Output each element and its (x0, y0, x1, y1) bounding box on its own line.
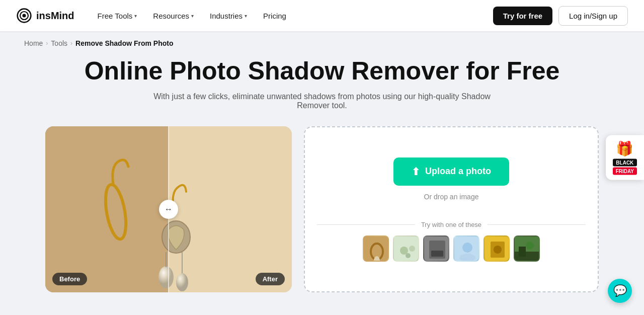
sample-image-1[interactable] (363, 235, 389, 262)
breadcrumb-sep-2: › (70, 40, 72, 47)
breadcrumb: Home › Tools › Remove Shadow From Photo (0, 31, 644, 51)
breadcrumb-tools[interactable]: Tools (51, 39, 67, 47)
nav-links: Free Tools ▾ Resources ▾ Industries ▾ Pr… (91, 8, 293, 24)
sample-images-row (317, 235, 586, 262)
svg-rect-29 (515, 252, 540, 262)
samples-label: Try with one of these (421, 221, 481, 228)
bf-friday-label: FRIDAY (613, 168, 637, 175)
svg-point-31 (526, 242, 534, 250)
gift-icon: 🎁 (613, 140, 637, 157)
chat-bubble-button[interactable]: 💬 (608, 279, 632, 303)
hero-section: Online Photo Shadow Remover for Free Wit… (24, 57, 620, 110)
divider-line-right (488, 224, 586, 225)
svg-point-23 (462, 243, 472, 253)
logo[interactable]: insMind (16, 8, 74, 24)
samples-divider: Try with one of these (317, 221, 586, 228)
divider-line-left (317, 224, 415, 225)
before-after-slider[interactable]: ↔ (159, 200, 178, 219)
upload-icon: ⬆ (412, 166, 420, 178)
svg-point-16 (400, 247, 408, 255)
hero-subtitle: With just a few clicks, eliminate unwant… (151, 92, 493, 110)
nav-pricing[interactable]: Pricing (256, 8, 293, 24)
svg-point-2 (22, 14, 26, 17)
try-for-free-button[interactable]: Try for free (493, 7, 552, 25)
nav-resources[interactable]: Resources ▾ (146, 8, 201, 24)
logo-text: insMind (36, 10, 74, 22)
sample-image-6[interactable] (514, 235, 540, 262)
svg-rect-4 (169, 126, 292, 292)
svg-point-7 (158, 266, 174, 288)
login-signup-button[interactable]: Log in/Sign up (558, 6, 628, 26)
sample-image-4[interactable] (453, 235, 479, 262)
upload-area[interactable]: ⬆ Upload a photo Or drop an image Try wi… (304, 126, 599, 292)
black-friday-badge[interactable]: 🎁 BLACK FRIDAY (606, 135, 644, 180)
logo-icon (16, 8, 32, 24)
navbar: insMind Free Tools ▾ Resources ▾ Industr… (0, 0, 644, 31)
sample-image-2[interactable] (393, 235, 419, 262)
breadcrumb-home[interactable]: Home (24, 39, 43, 47)
page-title: Online Photo Shadow Remover for Free (24, 57, 620, 85)
navbar-right: Try for free Log in/Sign up (493, 6, 628, 26)
main-content: Online Photo Shadow Remover for Free Wit… (0, 51, 644, 312)
svg-rect-21 (431, 251, 443, 257)
svg-point-24 (459, 254, 475, 262)
breadcrumb-sep-1: › (46, 40, 48, 47)
drop-text: Or drop an image (424, 193, 479, 201)
svg-rect-30 (519, 247, 526, 257)
after-label: After (256, 273, 285, 285)
upload-photo-button[interactable]: ⬆ Upload a photo (393, 158, 509, 186)
chevron-down-icon: ▾ (245, 13, 247, 19)
svg-point-8 (176, 273, 188, 291)
sample-image-3[interactable] (423, 235, 449, 262)
chevron-down-icon: ▾ (191, 13, 194, 19)
svg-point-18 (406, 253, 411, 258)
before-after-panel: ↔ Before After (45, 126, 292, 292)
svg-point-27 (494, 246, 502, 254)
chevron-down-icon: ▾ (134, 13, 137, 19)
breadcrumb-current: Remove Shadow From Photo (75, 39, 173, 47)
tool-area: ↔ Before After ⬆ Upload a photo Or drop … (45, 126, 599, 292)
nav-industries[interactable]: Industries ▾ (203, 8, 254, 24)
navbar-left: insMind Free Tools ▾ Resources ▾ Industr… (16, 8, 293, 24)
bf-black-label: BLACK (613, 159, 637, 167)
svg-point-17 (409, 246, 415, 252)
sample-image-5[interactable] (484, 235, 510, 262)
nav-free-tools[interactable]: Free Tools ▾ (91, 8, 144, 24)
chat-icon: 💬 (613, 284, 627, 297)
before-label: Before (52, 273, 87, 285)
samples-section: Try with one of these (317, 221, 586, 262)
